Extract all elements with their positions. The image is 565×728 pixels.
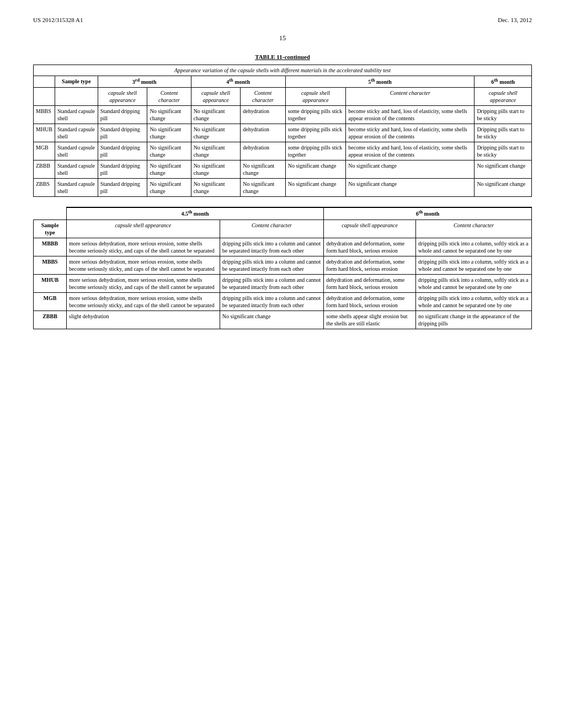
col-3month: 3rd month [98,76,191,88]
lower-table: 4.5th month 6th month Sample type capsul… [33,207,532,329]
lower-capsule-6-mgb: dehydration and deformation, some form h… [324,292,416,311]
sub-capsule-5: capsule shell appearance [285,88,346,106]
table-row: ZBBS Standard capsule shell Standard dri… [34,179,532,197]
month-header-row: 4.5th month 6th month [34,207,532,220]
sub-capsule-3: capsule shell appearance [98,88,147,106]
row-id-zbbs: ZBBS [34,179,55,197]
table-caption: Appearance variation of the capsule shel… [34,65,532,76]
lower-capsule-45-mgb: more serious dehydration, more serious e… [67,292,220,311]
subheader-row: Sample type capsule shell appearance Con… [34,220,532,238]
header-right: Dec. 13, 2012 [498,17,532,23]
row-id-mbbs: MBBS [34,106,55,124]
row-id-zbbb: ZBBB [34,160,55,179]
table-row: MBBB more serious dehydration, more seri… [34,238,532,256]
month-6-header: 6th month [324,207,532,220]
header-left: US 2012/315328 A1 [33,17,83,23]
lower-content-6-mhub: dripping pills stick into a column, soft… [416,274,532,292]
table-row: MBBS more serious dehydration, more seri… [34,256,532,274]
col-6month-upper: 6th month [475,76,532,88]
lower-row-id-mhub: MHUB [34,274,67,292]
table-row: MGB more serious dehydration, more serio… [34,292,532,311]
sub-content-3: Content character [147,88,191,106]
lower-capsule-6-mbbs: dehydration and deformation, some form h… [324,256,416,274]
sub-content-4: Content character [241,88,285,106]
table-title: TABLE 11-continued [33,53,532,60]
lower-content-6-mbbb: dripping pills stick into a column, soft… [416,238,532,256]
lower-content-45-zbbb: No significant change [220,311,323,329]
lower-capsule-45-mbbb: more serious dehydration, more serious e… [67,238,220,256]
col-5month: 5th month [285,76,475,88]
empty-corner [34,207,67,220]
lower-row-id-mbbs: MBBS [34,256,67,274]
table-row: MHUB more serious dehydration, more seri… [34,274,532,292]
lower-content-45-mgb: dripping pills stick into a column and c… [220,292,323,311]
sub-capsule-4: capsule shell appearance [191,88,241,106]
sub-sample [55,88,98,106]
table-row: MHUB Standard capsule shell Standard dri… [34,124,532,142]
lower-row-id-mbbb: MBBB [34,238,67,256]
capsule-shell-6-header: capsule shell appearance [324,220,416,238]
lower-capsule-6-zbbb: some shells appear slight erosion but th… [324,311,416,329]
lower-row-id-mgb: MGB [34,292,67,311]
lower-content-45-mbbb: dripping pills stick into a column and c… [220,238,323,256]
table-row: MBBS Standard capsule shell Standard dri… [34,106,532,124]
row-id-mhub: MHUB [34,124,55,142]
content-45-header: Content character [220,220,323,238]
empty-sub [34,88,55,106]
sub-content-5: Content character [346,88,475,106]
table-row: ZBBB Standard capsule shell Standard dri… [34,160,532,179]
lower-capsule-6-mhub: dehydration and deformation, some form h… [324,274,416,292]
sample-type-header: Sample type [34,220,67,238]
lower-capsule-45-mhub: more serious dehydration, more serious e… [67,274,220,292]
month-45-header: 4.5th month [67,207,324,220]
table-row: ZBBB slight dehydration No significant c… [34,311,532,329]
row-id-mgb: MGB [34,142,55,160]
content-6-header: Content character [416,220,532,238]
lower-content-45-mhub: dripping pills stick into a column and c… [220,274,323,292]
empty-col [34,76,55,88]
lower-capsule-6-mbbb: dehydration and deformation, some form h… [324,238,416,256]
upper-table: Appearance variation of the capsule shel… [33,65,532,197]
lower-content-45-mbbs: dripping pills stick into a column and c… [220,256,323,274]
lower-capsule-45-zbbb: slight dehydration [67,311,220,329]
sub-capsule-6: capsule shell appearance [475,88,532,106]
table-row: MGB Standard capsule shell Standard drip… [34,142,532,160]
lower-row-id-zbbb: ZBBB [34,311,67,329]
lower-content-6-zbbb: no significant change in the appearance … [416,311,532,329]
lower-capsule-45-mbbs: more serious dehydration, more serious e… [67,256,220,274]
lower-content-6-mbbs: dripping pills stick into a column, soft… [416,256,532,274]
col-sample: Sample type [55,76,98,88]
page-number: 15 [279,34,286,42]
col-4month: 4th month [191,76,285,88]
lower-content-6-mgb: dripping pills stick into a column, soft… [416,292,532,311]
capsule-shell-45-header: capsule shell appearance [67,220,220,238]
